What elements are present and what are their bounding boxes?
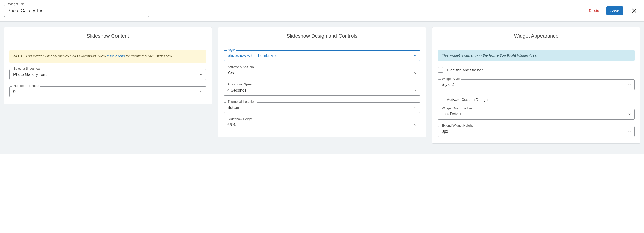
- custom-design-label: Activate Custom Design: [447, 97, 488, 102]
- delete-link[interactable]: Delete: [589, 9, 599, 13]
- panel-slideshow-content: Slideshow Content NOTE: This widget will…: [4, 27, 212, 104]
- chevron-down-icon: [413, 54, 417, 57]
- auto-scroll-speed-dropdown[interactable]: Auto-Scroll Speed 4 Seconds: [224, 85, 420, 96]
- chevron-down-icon: [414, 89, 417, 92]
- speed-label: Auto-Scroll Speed: [226, 83, 255, 86]
- custom-design-checkbox[interactable]: [438, 97, 443, 102]
- panel-title: Slideshow Content: [4, 27, 212, 45]
- speed-value: 4 Seconds: [227, 88, 247, 93]
- select-slideshow-label: Select a Slideshow: [12, 67, 42, 70]
- auto-scroll-value: Yes: [227, 71, 234, 75]
- panel-title: Slideshow Design and Controls: [218, 27, 426, 45]
- header-bar: Widget Title Delete Save: [0, 0, 644, 22]
- widget-area-info: This widget is currently in the Home Top…: [438, 50, 635, 61]
- select-slideshow-dropdown[interactable]: Select a Slideshow Photo Gallery Test: [9, 69, 206, 80]
- widget-title-input[interactable]: [7, 8, 146, 13]
- auto-scroll-dropdown[interactable]: Activate Auto-Scroll Yes: [224, 68, 420, 78]
- num-photos-value: 9: [13, 90, 16, 94]
- chevron-down-icon: [628, 130, 631, 133]
- note-text-b: for creating a SNO slideshow.: [125, 54, 173, 58]
- chevron-down-icon: [199, 90, 203, 94]
- instructions-link[interactable]: instructions: [107, 54, 125, 58]
- drop-shadow-value: Use Default: [442, 112, 463, 116]
- widget-title-label: Widget Title: [7, 3, 26, 6]
- widget-style-dropdown[interactable]: Widget Style Style 2: [438, 79, 635, 90]
- auto-scroll-label: Activate Auto-Scroll: [226, 66, 256, 69]
- panel-title: Widget Appearance: [432, 27, 640, 45]
- thumb-loc-label: Thumbnail Location: [226, 100, 257, 104]
- save-button[interactable]: Save: [606, 6, 623, 15]
- chevron-down-icon: [628, 112, 631, 116]
- info-text-a: This widget is currently in the: [442, 53, 489, 57]
- thumbnail-location-dropdown[interactable]: Thumbnail Location Bottom: [224, 102, 420, 113]
- chevron-down-icon: [414, 123, 417, 127]
- height-value: 66%: [227, 123, 236, 127]
- style-dropdown[interactable]: Style Slideshow with Thumbnails: [224, 50, 420, 61]
- drop-shadow-label: Widget Drop Shadow: [441, 107, 473, 110]
- chevron-down-icon: [199, 73, 203, 76]
- note-prefix: NOTE:: [13, 54, 25, 58]
- extend-height-dropdown[interactable]: Extend Widget Height 0px: [438, 126, 635, 137]
- panel-widget-appearance: Widget Appearance This widget is current…: [432, 27, 640, 144]
- drop-shadow-dropdown[interactable]: Widget Drop Shadow Use Default: [438, 109, 635, 120]
- extend-height-label: Extend Widget Height: [441, 124, 474, 127]
- extend-height-value: 0px: [442, 129, 448, 134]
- info-area-name: Home Top Right: [489, 53, 516, 57]
- custom-design-checkbox-row: Activate Custom Design: [438, 97, 635, 102]
- chevron-down-icon: [628, 83, 631, 86]
- select-slideshow-value: Photo Gallery Test: [13, 72, 46, 77]
- panels-area: Slideshow Content NOTE: This widget will…: [0, 22, 644, 154]
- num-photos-dropdown[interactable]: Number of Photos 9: [9, 86, 206, 97]
- info-text-b: Widget Area.: [516, 53, 537, 57]
- widget-title-field[interactable]: Widget Title: [4, 5, 149, 17]
- note-text-a: This widget will only display SNO slides…: [25, 54, 107, 58]
- style-label: Style: [227, 49, 236, 52]
- panel-slideshow-design: Slideshow Design and Controls Style Slid…: [218, 27, 426, 137]
- chevron-down-icon: [414, 106, 417, 109]
- num-photos-label: Number of Photos: [12, 84, 40, 88]
- slideshow-height-dropdown[interactable]: Slideshow Height 66%: [224, 120, 420, 130]
- hide-title-checkbox-row: Hide title and title bar: [438, 67, 635, 73]
- thumb-loc-value: Bottom: [227, 105, 240, 110]
- hide-title-checkbox[interactable]: [438, 67, 443, 73]
- widget-style-value: Style 2: [442, 82, 454, 87]
- close-icon[interactable]: [630, 7, 638, 14]
- chevron-down-icon: [414, 71, 417, 75]
- note-box: NOTE: This widget will only display SNO …: [9, 50, 206, 63]
- height-label: Slideshow Height: [226, 118, 254, 121]
- hide-title-label: Hide title and title bar: [447, 68, 483, 72]
- widget-style-label: Widget Style: [441, 77, 461, 81]
- style-value: Slideshow with Thumbnails: [228, 53, 277, 58]
